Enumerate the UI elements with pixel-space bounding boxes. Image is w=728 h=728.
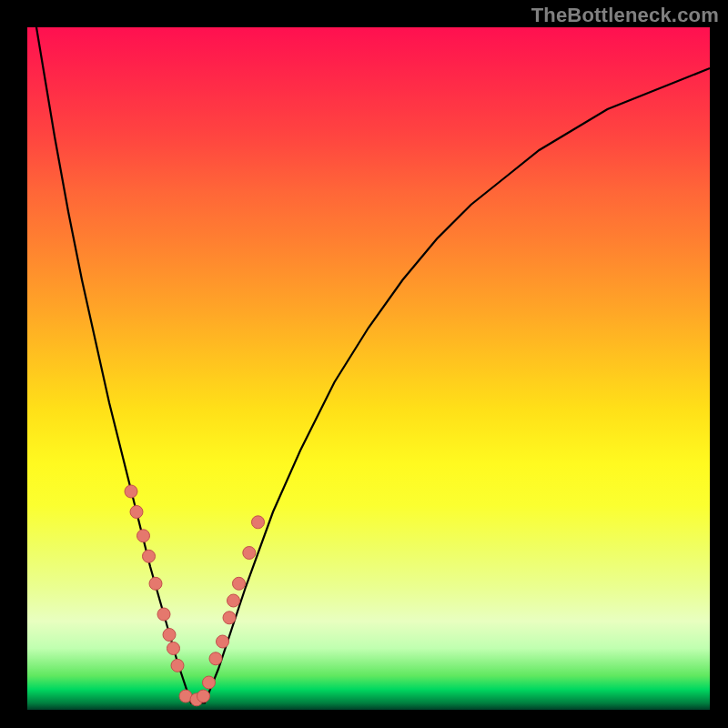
marker-dot <box>137 530 150 542</box>
marker-dot <box>233 577 246 590</box>
marker-dot <box>143 550 156 562</box>
marker-dot <box>167 642 180 655</box>
watermark-text: TheBottleneck.com <box>531 4 719 27</box>
marker-dot <box>149 577 162 590</box>
marker-dot <box>209 652 222 665</box>
marker-dot <box>130 506 143 519</box>
chart-svg <box>27 27 710 710</box>
frame: TheBottleneck.com <box>0 0 728 728</box>
marker-dot <box>223 612 236 624</box>
marker-dot <box>217 635 229 648</box>
marker-dot <box>228 594 240 607</box>
marker-dot <box>203 676 216 689</box>
marker-dot <box>125 485 137 498</box>
marker-dot <box>197 690 210 703</box>
marker-dot <box>157 608 170 621</box>
bottleneck-curve <box>27 0 710 703</box>
marker-dot <box>163 629 176 642</box>
marker-dot <box>171 659 184 672</box>
plot-area <box>27 27 710 710</box>
marker-dot <box>243 547 256 560</box>
marker-dot <box>252 516 265 529</box>
